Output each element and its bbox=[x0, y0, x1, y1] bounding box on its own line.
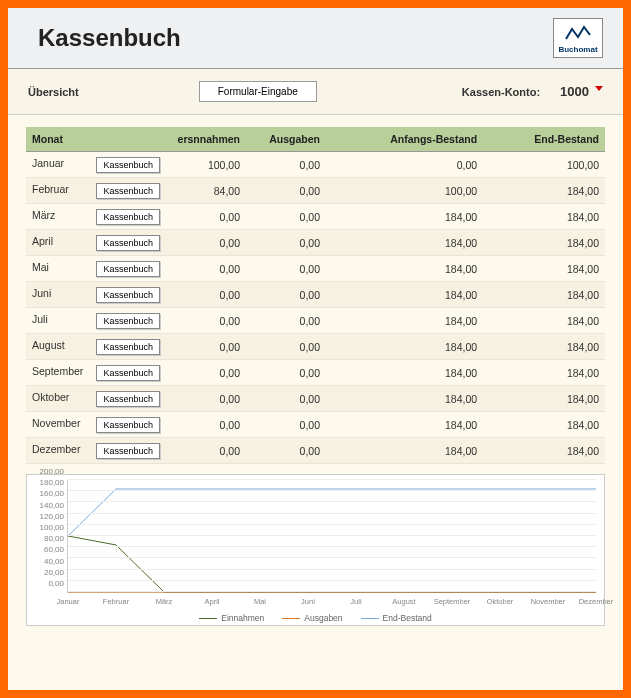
col-end: End-Bestand bbox=[483, 127, 605, 152]
cell-einnahmen: 0,00 bbox=[166, 256, 246, 282]
cell-end: 184,00 bbox=[483, 386, 605, 412]
x-tick: Juni bbox=[301, 597, 315, 606]
content: Monat ersnnahmen Ausgaben Anfangs-Bestan… bbox=[8, 115, 623, 690]
y-tick: 40,00 bbox=[30, 556, 64, 565]
cell-einnahmen: 0,00 bbox=[166, 230, 246, 256]
y-tick: 60,00 bbox=[30, 545, 64, 554]
cell-einnahmen: 100,00 bbox=[166, 152, 246, 178]
cell-end: 184,00 bbox=[483, 256, 605, 282]
kassenbuch-button[interactable]: Kassenbuch bbox=[96, 417, 160, 433]
cell-anfang: 184,00 bbox=[326, 386, 483, 412]
kassenbuch-button[interactable]: Kassenbuch bbox=[96, 365, 160, 381]
cell-ausgaben: 0,00 bbox=[246, 256, 326, 282]
overview-label: Übersicht bbox=[28, 86, 79, 98]
cell-ausgaben: 0,00 bbox=[246, 412, 326, 438]
legend-swatch bbox=[361, 618, 379, 619]
konto-select[interactable]: 1000 bbox=[560, 84, 603, 99]
page-title: Kassenbuch bbox=[38, 24, 181, 52]
cell-end: 184,00 bbox=[483, 230, 605, 256]
month-label: August bbox=[32, 339, 65, 351]
toolbar: Übersicht Formular-Eingabe Kassen-Konto:… bbox=[8, 69, 623, 115]
cell-end: 184,00 bbox=[483, 204, 605, 230]
cell-end: 184,00 bbox=[483, 360, 605, 386]
legend-label: End-Bestand bbox=[383, 613, 432, 623]
table-row: DezemberKassenbuch0,000,00184,00184,00 bbox=[26, 438, 605, 464]
x-tick: April bbox=[204, 597, 219, 606]
x-tick: November bbox=[531, 597, 566, 606]
y-tick: 140,00 bbox=[30, 500, 64, 509]
col-einnahmen: ersnnahmen bbox=[166, 127, 246, 152]
cell-anfang: 184,00 bbox=[326, 308, 483, 334]
cell-einnahmen: 0,00 bbox=[166, 282, 246, 308]
table-row: JuliKassenbuch0,000,00184,00184,00 bbox=[26, 308, 605, 334]
kassenbuch-button[interactable]: Kassenbuch bbox=[96, 287, 160, 303]
kassenbuch-button[interactable]: Kassenbuch bbox=[96, 391, 160, 407]
x-tick: Oktober bbox=[487, 597, 514, 606]
cell-einnahmen: 0,00 bbox=[166, 360, 246, 386]
cell-anfang: 184,00 bbox=[326, 412, 483, 438]
y-tick: 120,00 bbox=[30, 511, 64, 520]
cell-end: 100,00 bbox=[483, 152, 605, 178]
table-row: OktoberKassenbuch0,000,00184,00184,00 bbox=[26, 386, 605, 412]
cell-end: 184,00 bbox=[483, 412, 605, 438]
series-line bbox=[68, 536, 596, 592]
x-tick: Februar bbox=[103, 597, 129, 606]
legend-swatch bbox=[282, 618, 300, 619]
col-anfang: Anfangs-Bestand bbox=[326, 127, 483, 152]
cell-anfang: 100,00 bbox=[326, 178, 483, 204]
cell-anfang: 184,00 bbox=[326, 282, 483, 308]
kassenbuch-button[interactable]: Kassenbuch bbox=[96, 261, 160, 277]
cell-einnahmen: 0,00 bbox=[166, 334, 246, 360]
konto-label: Kassen-Konto: bbox=[462, 86, 540, 98]
cell-anfang: 184,00 bbox=[326, 334, 483, 360]
cell-anfang: 184,00 bbox=[326, 204, 483, 230]
cell-ausgaben: 0,00 bbox=[246, 178, 326, 204]
x-tick: Juli bbox=[350, 597, 361, 606]
kassenbuch-button[interactable]: Kassenbuch bbox=[96, 157, 160, 173]
cell-ausgaben: 0,00 bbox=[246, 152, 326, 178]
chart: 0,0020,0040,0060,0080,00100,00120,00140,… bbox=[26, 474, 605, 626]
x-tick: Mai bbox=[254, 597, 266, 606]
logo: Buchomat bbox=[553, 18, 603, 58]
col-ausgaben: Ausgaben bbox=[246, 127, 326, 152]
y-tick: 160,00 bbox=[30, 489, 64, 498]
month-label: November bbox=[32, 417, 80, 429]
month-label: Februar bbox=[32, 183, 69, 195]
y-tick: 80,00 bbox=[30, 534, 64, 543]
month-label: Oktober bbox=[32, 391, 69, 403]
table-row: SeptemberKassenbuch0,000,00184,00184,00 bbox=[26, 360, 605, 386]
kassenbuch-button[interactable]: Kassenbuch bbox=[96, 313, 160, 329]
cell-end: 184,00 bbox=[483, 308, 605, 334]
kassenbuch-button[interactable]: Kassenbuch bbox=[96, 443, 160, 459]
month-label: September bbox=[32, 365, 83, 377]
month-label: Januar bbox=[32, 157, 64, 169]
x-tick: Januar bbox=[57, 597, 80, 606]
cell-end: 184,00 bbox=[483, 178, 605, 204]
legend-item: End-Bestand bbox=[361, 613, 432, 623]
y-tick: 100,00 bbox=[30, 523, 64, 532]
table-row: NovemberKassenbuch0,000,00184,00184,00 bbox=[26, 412, 605, 438]
table-row: FebruarKassenbuch84,000,00100,00184,00 bbox=[26, 178, 605, 204]
month-label: Dezember bbox=[32, 443, 80, 455]
cell-ausgaben: 0,00 bbox=[246, 230, 326, 256]
cell-anfang: 184,00 bbox=[326, 360, 483, 386]
cell-einnahmen: 84,00 bbox=[166, 178, 246, 204]
kassenbuch-button[interactable]: Kassenbuch bbox=[96, 209, 160, 225]
legend-item: Einnahmen bbox=[199, 613, 264, 623]
kassenbuch-button[interactable]: Kassenbuch bbox=[96, 183, 160, 199]
x-tick: September bbox=[434, 597, 471, 606]
chart-legend: EinnahmenAusgabenEnd-Bestand bbox=[27, 613, 604, 623]
month-label: Mai bbox=[32, 261, 49, 273]
cell-anfang: 184,00 bbox=[326, 230, 483, 256]
col-monat: Monat bbox=[26, 127, 166, 152]
legend-label: Ausgaben bbox=[304, 613, 342, 623]
logo-icon bbox=[564, 23, 592, 45]
cell-einnahmen: 0,00 bbox=[166, 386, 246, 412]
x-tick: August bbox=[392, 597, 415, 606]
cell-end: 184,00 bbox=[483, 334, 605, 360]
table-row: JanuarKassenbuch100,000,000,00100,00 bbox=[26, 152, 605, 178]
y-tick: 0,00 bbox=[30, 579, 64, 588]
form-input-button[interactable]: Formular-Eingabe bbox=[199, 81, 317, 102]
kassenbuch-button[interactable]: Kassenbuch bbox=[96, 235, 160, 251]
kassenbuch-button[interactable]: Kassenbuch bbox=[96, 339, 160, 355]
